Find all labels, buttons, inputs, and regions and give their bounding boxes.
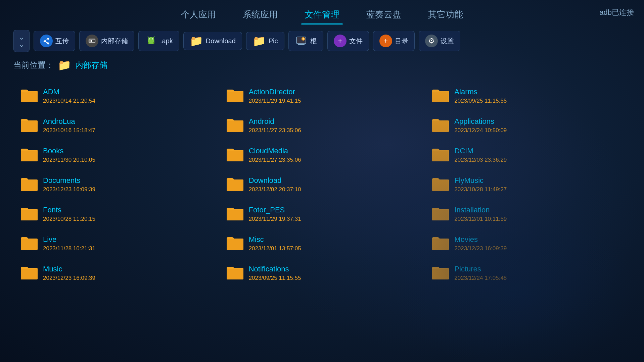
file-name: Fotor_PES — [249, 206, 301, 214]
settings-icon: ⚙ — [425, 35, 438, 47]
list-item[interactable]: Documents 2023/12/23 16:09:39 — [13, 170, 219, 200]
svg-rect-13 — [298, 44, 305, 45]
file-info: AndroLua 2023/10/16 15:18:47 — [43, 117, 95, 134]
list-item[interactable]: Music 2023/12/23 16:09:39 — [13, 259, 219, 288]
current-path: 当前位置： 📁 内部存储 — [0, 55, 644, 78]
list-item[interactable]: DCIM 2023/12/03 23:36:29 — [425, 141, 631, 170]
apk-button[interactable]: .apk — [138, 31, 179, 51]
new-file-icon: + — [334, 35, 347, 47]
file-name: Fonts — [43, 206, 95, 214]
current-path-label: 当前位置： — [13, 60, 54, 70]
root-button[interactable]: 根 — [288, 31, 323, 51]
folder-icon — [226, 118, 243, 135]
list-item[interactable]: Notifications 2023/09/25 11:15:55 — [219, 259, 425, 288]
new-file-button[interactable]: + 文件 — [327, 31, 369, 51]
apk-icon — [145, 35, 157, 47]
nav-item-file-manager[interactable]: 文件管理 — [301, 6, 343, 23]
file-info: Alarms 2023/09/25 11:15:55 — [454, 88, 507, 104]
file-name: AndroLua — [43, 117, 95, 126]
file-date: 2023/12/24 10:50:09 — [454, 127, 507, 134]
file-info: CloudMedia 2023/11/27 23:35:06 — [249, 147, 301, 163]
file-name: Pictures — [454, 265, 507, 273]
folder-icon — [226, 265, 243, 282]
folder-icon — [20, 177, 38, 194]
file-info: Installation 2023/12/01 10:11:59 — [454, 206, 507, 222]
file-date: 2023/12/23 16:09:39 — [43, 186, 95, 193]
file-info: Fonts 2023/10/28 11:20:15 — [43, 206, 95, 222]
file-date: 2023/10/28 11:49:27 — [454, 186, 507, 193]
file-date: 2023/11/28 10:21:31 — [43, 245, 95, 252]
new-dir-button[interactable]: + 目录 — [373, 31, 415, 51]
svg-rect-10 — [153, 42, 154, 44]
folder-icon — [431, 118, 449, 135]
list-item[interactable]: FlyMusic 2023/10/28 11:49:27 — [425, 170, 631, 200]
list-item[interactable]: AndroLua 2023/10/16 15:18:47 — [13, 111, 219, 141]
current-path-name[interactable]: 内部存储 — [75, 60, 107, 70]
list-item[interactable]: Live 2023/11/28 10:21:31 — [13, 229, 219, 259]
file-date: 2023/12/02 20:37:10 — [249, 186, 301, 193]
share-button[interactable]: 互传 — [34, 31, 75, 51]
file-name: FlyMusic — [454, 176, 507, 185]
nav-item-other[interactable]: 其它功能 — [425, 6, 466, 23]
file-date: 2023/11/29 19:41:15 — [249, 98, 301, 104]
file-date: 2023/11/30 20:10:05 — [43, 157, 95, 163]
file-date: 2023/10/16 15:18:47 — [43, 127, 95, 134]
file-name: ADM — [43, 88, 95, 96]
list-item[interactable]: Installation 2023/12/01 10:11:59 — [425, 200, 631, 229]
list-item[interactable]: ActionDirector 2023/11/29 19:41:15 — [219, 82, 425, 111]
internal-storage-button[interactable]: 内部存储 — [79, 31, 134, 51]
file-date: 2023/12/03 23:36:29 — [454, 157, 507, 163]
list-item[interactable]: Android 2023/11/27 23:35:06 — [219, 111, 425, 141]
file-name: Music — [43, 265, 95, 273]
pic-folder-button[interactable]: 📁 Pic — [246, 32, 284, 50]
file-date: 2023/11/29 19:37:31 — [249, 216, 301, 222]
settings-label: 设置 — [441, 37, 454, 46]
list-item[interactable]: CloudMedia 2023/11/27 23:35:06 — [219, 141, 425, 170]
file-info: Pictures 2023/12/24 17:05:48 — [454, 265, 507, 281]
settings-button[interactable]: ⚙ 设置 — [419, 31, 460, 51]
root-icon — [295, 35, 308, 47]
file-date: 2023/12/23 16:09:39 — [43, 275, 95, 281]
file-date: 2023/10/14 21:20:54 — [43, 98, 95, 104]
nav-item-cloud[interactable]: 蓝奏云盘 — [363, 6, 405, 23]
list-item[interactable]: Fotor_PES 2023/11/29 19:37:31 — [219, 200, 425, 229]
file-name: ActionDirector — [249, 88, 301, 96]
file-date: 2023/11/27 23:35:06 — [249, 127, 301, 134]
share-icon — [40, 35, 53, 47]
file-name: Misc — [249, 235, 301, 244]
list-item[interactable]: Alarms 2023/09/25 11:15:55 — [425, 82, 631, 111]
file-date: 2023/12/01 10:11:59 — [454, 216, 507, 222]
list-item[interactable]: Misc 2023/12/01 13:57:05 — [219, 229, 425, 259]
file-info: ADM 2023/10/14 21:20:54 — [43, 88, 95, 104]
svg-rect-2 — [91, 40, 92, 42]
folder-icon — [20, 147, 38, 164]
file-info: Notifications 2023/09/25 11:15:55 — [249, 265, 301, 281]
download-folder-icon: 📁 — [190, 36, 203, 46]
download-folder-button[interactable]: 📁 Download — [183, 32, 242, 50]
list-item[interactable]: Books 2023/11/30 20:10:05 — [13, 141, 219, 170]
file-name: Installation — [454, 206, 507, 214]
folder-icon — [431, 88, 449, 105]
nav-item-system-apps[interactable]: 系统应用 — [239, 6, 281, 23]
nav-item-personal-apps[interactable]: 个人应用 — [178, 6, 219, 23]
list-item[interactable]: Pictures 2023/12/24 17:05:48 — [425, 259, 631, 288]
folder-icon — [226, 177, 243, 194]
folder-icon — [20, 265, 38, 282]
collapse-button[interactable]: ⌄⌄ — [13, 30, 30, 52]
folder-icon — [226, 206, 243, 223]
list-item[interactable]: ADM 2023/10/14 21:20:54 — [13, 82, 219, 111]
list-item[interactable]: Download 2023/12/02 20:37:10 — [219, 170, 425, 200]
list-item[interactable]: Applications 2023/12/24 10:50:09 — [425, 111, 631, 141]
folder-icon — [431, 147, 449, 164]
file-info: Misc 2023/12/01 13:57:05 — [249, 235, 301, 252]
list-item[interactable]: Movies 2023/12/23 16:09:39 — [425, 229, 631, 259]
root-label: 根 — [310, 37, 317, 46]
file-name: Android — [249, 117, 301, 126]
file-info: Documents 2023/12/23 16:09:39 — [43, 176, 95, 193]
internal-storage-icon — [86, 35, 98, 47]
folder-icon — [431, 236, 449, 253]
file-date: 2023/12/24 17:05:48 — [454, 275, 507, 281]
svg-line-8 — [153, 37, 154, 38]
list-item[interactable]: Fonts 2023/10/28 11:20:15 — [13, 200, 219, 229]
svg-point-5 — [149, 38, 150, 39]
